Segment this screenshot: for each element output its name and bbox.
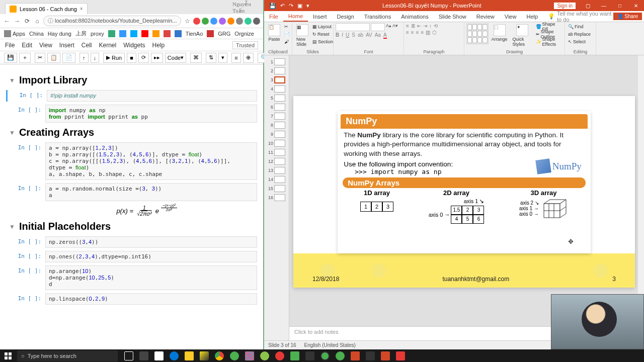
taskbar-app[interactable] (303, 349, 317, 362)
status-language[interactable]: English (United States) (304, 342, 356, 348)
forward-icon[interactable]: → (13, 17, 21, 25)
signin-button[interactable]: Sign in (554, 3, 576, 9)
decrease-indent-button[interactable]: ⇤ (417, 23, 421, 29)
ext-icon[interactable] (236, 18, 243, 25)
bullets-button[interactable]: ≡ (406, 23, 409, 29)
bookmark-item[interactable]: 上房 (75, 30, 87, 37)
code-cell[interactable]: In [ ]: np.arange(10) d=np.arange(10,25,… (6, 265, 257, 290)
minimize-icon[interactable]: — (596, 0, 612, 11)
move-down-button[interactable]: ↓ (91, 53, 100, 63)
run-button[interactable]: ▶ Run (103, 53, 125, 63)
change-case-button[interactable]: Aa (375, 32, 381, 39)
slide-thumbnail[interactable]: 11 (264, 148, 289, 157)
taskbar-powerpoint[interactable] (348, 349, 362, 362)
font-size-select[interactable] (371, 23, 385, 31)
slide-canvas[interactable]: NumPy The NumPy library is the core libr… (289, 55, 644, 326)
tab-home[interactable]: Home (283, 11, 308, 22)
code-cell[interactable]: In [ ]: a = np.random.normal(size =(3, 3… (6, 183, 257, 201)
slide-thumbnail[interactable]: 3 (264, 75, 289, 84)
tab-slideshow[interactable]: Slide Show (434, 11, 471, 22)
bookmark-item[interactable]: Apps (4, 30, 25, 37)
shadow-button[interactable]: ab (358, 32, 363, 39)
code-input[interactable]: np.linspace(0,2,9) (45, 293, 257, 305)
justify-button[interactable]: ≡ (421, 30, 424, 35)
notebook-body[interactable]: ▼ Import Library In [ ]: #!pip install n… (0, 64, 263, 349)
close-icon[interactable]: ✕ (628, 0, 644, 11)
taskbar-app[interactable] (393, 349, 408, 362)
taskbar-app[interactable] (318, 349, 332, 362)
bookmark-item[interactable]: TienAo (186, 31, 203, 37)
menu-widgets[interactable]: Widgets (123, 42, 145, 49)
collapse-icon[interactable]: ▼ (9, 223, 15, 230)
code-input[interactable]: np.zeros((3,4)) (45, 236, 257, 248)
tb-icon[interactable]: ⇅ (206, 53, 216, 63)
font-family-select[interactable] (336, 23, 370, 31)
slideshow-icon[interactable]: ▣ (297, 3, 302, 9)
slide-thumbnail[interactable]: 5 (264, 94, 289, 103)
menu-insert[interactable]: Insert (59, 42, 74, 49)
menu-view[interactable]: View (39, 42, 52, 49)
code-cell[interactable]: In [ ]: np.ones((2,3,4),dtype=np.int16) (6, 251, 257, 262)
bookmark-item[interactable] (108, 30, 115, 37)
ext-icon[interactable] (219, 18, 226, 25)
menu-file[interactable]: File (5, 42, 15, 49)
section-button[interactable]: ▤ Section (311, 38, 334, 45)
cut-button[interactable]: ✂ (283, 23, 291, 30)
bookmark-item[interactable]: China (29, 31, 44, 37)
save-icon[interactable]: 💾 (269, 3, 276, 9)
slide-thumbnail[interactable]: 12 (264, 157, 289, 166)
taskbar-app[interactable] (152, 349, 166, 362)
paste-button[interactable]: 📄 (62, 53, 75, 63)
tb-icon[interactable]: ⊕ (243, 53, 254, 63)
taskbar-app[interactable] (197, 349, 211, 362)
taskbar-app[interactable] (333, 349, 347, 362)
slide-thumbnail[interactable]: 4 (264, 84, 289, 94)
tb-icon[interactable]: ▾ (218, 53, 227, 63)
menu-cell[interactable]: Cell (82, 42, 92, 49)
slide-thumbnail[interactable]: 10 (264, 139, 289, 148)
maximize-icon[interactable]: □ (612, 0, 628, 11)
ext-icon[interactable] (210, 18, 217, 25)
tab-transitions[interactable]: Transitions (359, 11, 396, 22)
align-center-button[interactable]: ≡ (411, 30, 414, 35)
bookmark-item[interactable]: proxy (91, 31, 104, 37)
content-box[interactable]: NumPy The NumPy library is the core libr… (338, 111, 590, 253)
command-palette-button[interactable]: ⌘ (190, 53, 202, 63)
code-cell[interactable]: In [ ]: #!pip install numpy (6, 90, 257, 102)
copy-button[interactable]: 📄 (283, 31, 291, 38)
taskbar-app[interactable] (243, 349, 257, 362)
reset-button[interactable]: ↻ Reset (311, 31, 334, 38)
tab-view[interactable]: View (500, 11, 522, 22)
slide[interactable]: NumPy The NumPy library is the core libr… (293, 96, 635, 288)
tab-review[interactable]: Review (471, 11, 500, 22)
thumbnail-panel[interactable]: 12345678910111213141516 (264, 55, 289, 340)
code-input[interactable]: a = np.array([1,2,3]) b = np.array([(1.5… (45, 142, 257, 180)
ribbon-options-icon[interactable]: ▢ (580, 0, 596, 11)
ext-icon[interactable] (193, 18, 200, 25)
ext-icon[interactable] (245, 18, 252, 25)
code-input[interactable]: np.ones((2,3,4),dtype=np.int16) (45, 251, 257, 262)
code-input[interactable]: a = np.random.normal(size =(3, 3)) a (45, 183, 257, 201)
underline-button[interactable]: U (346, 32, 349, 39)
text-direction-button[interactable]: ⟲ (434, 23, 438, 29)
bookmark-item[interactable]: Orgnize (234, 31, 254, 37)
arrange-button[interactable]: ⬚Arrange (490, 23, 510, 43)
browser-tab[interactable]: Lesson 06 - Cach dung × (5, 3, 88, 14)
line-spacing-button[interactable]: ↕ (429, 23, 432, 29)
increase-indent-button[interactable]: ⇥ (423, 23, 427, 29)
taskbar-app[interactable] (378, 349, 392, 362)
strikethrough-button[interactable]: S (352, 32, 355, 39)
bookmark-item[interactable]: GRG (218, 31, 230, 37)
stop-button[interactable]: ■ (127, 53, 136, 63)
new-slide-button[interactable]: ▦New Slide (294, 23, 310, 48)
taskbar-chrome[interactable] (212, 349, 226, 362)
tab-design[interactable]: Design (332, 11, 359, 22)
url-input[interactable]: ⓘ localhost:8802/notebooks/Youtube_Deepl… (43, 16, 181, 26)
ext-icon[interactable] (202, 18, 209, 25)
align-right-button[interactable]: ≡ (416, 30, 419, 35)
shapes-gallery[interactable] (466, 23, 489, 44)
taskbar-search[interactable]: ○ Type here to search (17, 350, 118, 361)
bookmark-item[interactable] (141, 30, 148, 37)
taskbar-app[interactable] (363, 349, 377, 362)
taskbar-app[interactable] (258, 349, 272, 362)
